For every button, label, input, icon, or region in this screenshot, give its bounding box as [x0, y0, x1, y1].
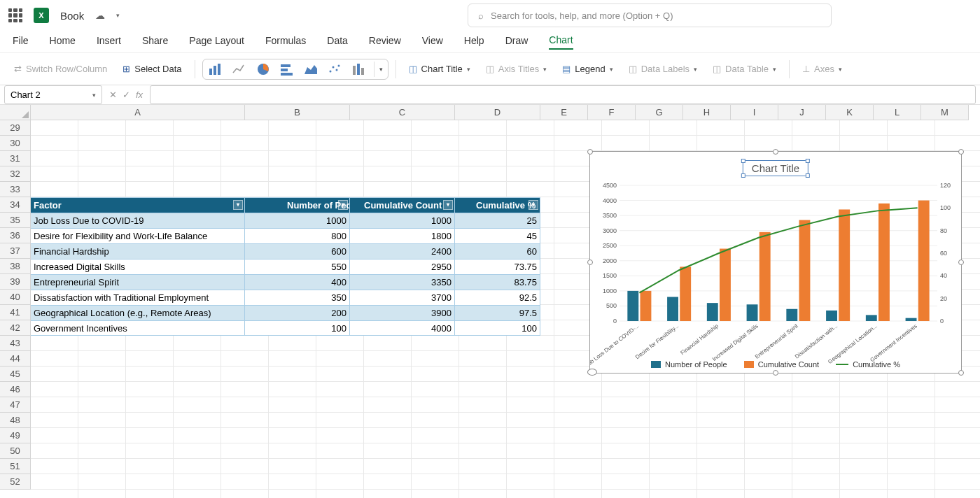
tab-data[interactable]: Data	[327, 35, 348, 49]
row-header[interactable]: 32	[0, 166, 31, 182]
column-header[interactable]: D	[455, 105, 540, 120]
area-chart-icon[interactable]	[302, 61, 319, 78]
tab-chart[interactable]: Chart	[549, 34, 573, 50]
table-row[interactable]: Government Incentives1004000100	[31, 320, 540, 336]
table-row[interactable]: Geographical Location (e.g., Remote Area…	[31, 305, 540, 320]
table-cell[interactable]: 1000	[245, 213, 350, 228]
row-header[interactable]: 39	[0, 274, 31, 290]
table-cell[interactable]: 92.5	[455, 290, 540, 305]
row-header[interactable]: 46	[0, 382, 31, 397]
column-header[interactable]: J	[778, 105, 826, 120]
table-cell[interactable]: 25	[455, 213, 540, 228]
table-row[interactable]: Dissatisfaction with Traditional Employm…	[31, 290, 540, 305]
column-header[interactable]: I	[731, 105, 778, 120]
table-cell[interactable]: 1800	[350, 229, 455, 243]
table-cell[interactable]: Job Loss Due to COVID-19	[31, 213, 245, 228]
axes-button[interactable]: ⊥ Axes ▾	[797, 59, 848, 80]
table-row[interactable]: Desire for Flexibility and Work-Life Bal…	[31, 228, 540, 243]
resize-handle[interactable]	[773, 370, 778, 376]
table-cell[interactable]: 550	[245, 259, 350, 274]
column-header[interactable]: A	[31, 105, 245, 120]
filter-button[interactable]: ▾	[338, 200, 348, 210]
table-cell[interactable]: 97.5	[455, 306, 540, 320]
tab-file[interactable]: File	[13, 35, 29, 49]
row-header[interactable]: 48	[0, 413, 31, 428]
row-header[interactable]: 43	[0, 336, 31, 351]
row-header[interactable]: 42	[0, 320, 31, 336]
table-row[interactable]: Job Loss Due to COVID-191000100025	[31, 213, 540, 228]
row-header[interactable]: 31	[0, 151, 31, 166]
column-header[interactable]: F	[588, 105, 636, 120]
search-input[interactable]: ⌕ Search for tools, help, and more (Opti…	[468, 3, 832, 27]
table-cell[interactable]: 3350	[350, 275, 455, 290]
filter-button[interactable]: ▾	[528, 200, 538, 210]
row-header[interactable]: 29	[0, 120, 31, 136]
tab-draw[interactable]: Draw	[505, 35, 528, 49]
table-cell[interactable]: Dissatisfaction with Traditional Employm…	[31, 290, 245, 305]
column-chart-icon[interactable]	[207, 61, 224, 78]
tab-page-layout[interactable]: Page Layout	[189, 35, 244, 49]
column-header[interactable]: C	[350, 105, 455, 120]
row-header[interactable]: 35	[0, 213, 31, 228]
row-header[interactable]: 30	[0, 136, 31, 151]
column-header[interactable]: E	[540, 105, 588, 120]
row-header[interactable]: 38	[0, 259, 31, 274]
table-cell[interactable]: Government Incentives	[31, 321, 245, 335]
switch-row-column-button[interactable]: ⇄ Switch Row/Column	[8, 59, 113, 80]
filter-button[interactable]: ▾	[233, 200, 243, 210]
tab-home[interactable]: Home	[50, 35, 76, 49]
table-cell[interactable]: 600	[245, 244, 350, 259]
tab-share[interactable]: Share	[142, 35, 168, 49]
table-cell[interactable]: 3900	[350, 306, 455, 320]
table-cell[interactable]: 45	[455, 229, 540, 243]
enter-icon[interactable]: ✓	[122, 90, 130, 100]
legend-item[interactable]: Cumulative %	[836, 360, 900, 369]
filter-button[interactable]: ▾	[443, 200, 453, 210]
legend-item[interactable]: Number of People	[651, 360, 727, 369]
table-cell[interactable]: 100	[245, 321, 350, 335]
line-chart-icon[interactable]	[231, 61, 248, 78]
column-header[interactable]: B	[245, 105, 350, 120]
table-cell[interactable]: Increased Digital Skills	[31, 259, 245, 274]
table-cell[interactable]: Desire for Flexibility and Work-Life Bal…	[31, 229, 245, 243]
fx-icon[interactable]: fx	[136, 90, 143, 100]
table-row[interactable]: Financial Hardship600240060	[31, 243, 540, 259]
legend-item[interactable]: Cumulative Count	[744, 360, 819, 369]
tab-insert[interactable]: Insert	[97, 35, 121, 49]
row-header[interactable]: 45	[0, 367, 31, 382]
table-cell[interactable]: 350	[245, 290, 350, 305]
tab-review[interactable]: Review	[369, 35, 401, 49]
table-cell[interactable]: 800	[245, 229, 350, 243]
row-header[interactable]: 47	[0, 397, 31, 413]
table-row[interactable]: Entrepreneurial Spirit400335083.75	[31, 274, 540, 290]
app-launcher-icon[interactable]	[8, 8, 22, 22]
resize-handle[interactable]	[587, 149, 593, 155]
table-cell[interactable]: 2950	[350, 259, 455, 274]
table-cell[interactable]: 200	[245, 306, 350, 320]
legend-button[interactable]: ▤ Legend ▾	[556, 59, 618, 80]
title-chevron-icon[interactable]: ▾	[116, 12, 120, 19]
column-header[interactable]: M	[921, 105, 969, 120]
document-name[interactable]: Book	[60, 10, 84, 22]
row-header[interactable]: 36	[0, 228, 31, 243]
column-header[interactable]: G	[636, 105, 683, 120]
table-cell[interactable]: 1000	[350, 213, 455, 228]
select-data-button[interactable]: ⊞ Select Data	[117, 59, 187, 80]
column-header[interactable]: H	[683, 105, 731, 120]
table-cell[interactable]: Financial Hardship	[31, 244, 245, 259]
tab-formulas[interactable]: Formulas	[265, 35, 306, 49]
data-table-button[interactable]: ◫ Data Table ▾	[707, 59, 782, 80]
table-cell[interactable]: 100	[455, 321, 540, 335]
stock-chart-icon[interactable]	[350, 61, 367, 78]
resize-handle[interactable]	[958, 149, 964, 155]
chart-title-button[interactable]: ◫ Chart Title ▾	[403, 59, 476, 80]
chart-type-gallery[interactable]: ▾	[202, 59, 388, 80]
table-cell[interactable]: 83.75	[455, 275, 540, 290]
table-cell[interactable]: Entrepreneurial Spirit	[31, 275, 245, 290]
row-header[interactable]: 34	[0, 197, 31, 213]
table-cell[interactable]: 73.75	[455, 259, 540, 274]
table-cell[interactable]: 60	[455, 244, 540, 259]
chart-title[interactable]: Chart Title	[743, 160, 808, 176]
bar-chart-icon[interactable]	[279, 61, 295, 78]
table-row[interactable]: Increased Digital Skills550295073.75	[31, 259, 540, 274]
